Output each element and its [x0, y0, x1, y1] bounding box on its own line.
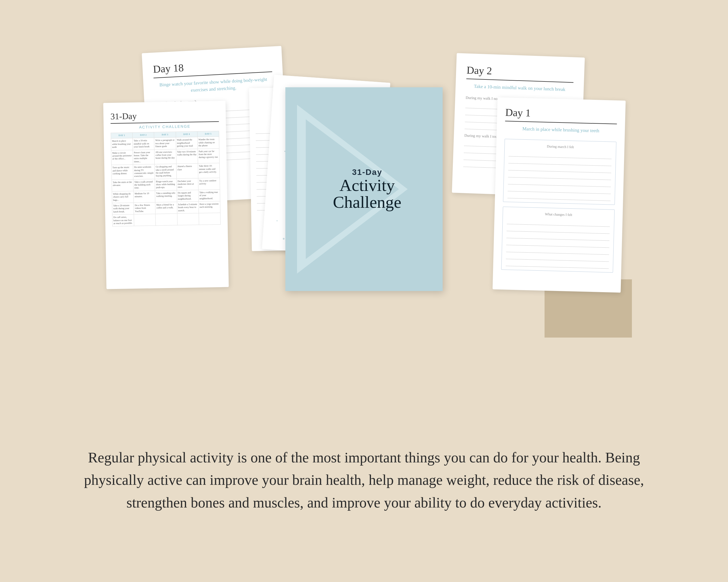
challenge-grid: DAY 1 DAY 2 DAY 3 DAY 4 DAY 5 March in p…: [111, 131, 221, 227]
day1-section1-lines: [508, 150, 612, 201]
col-header-2: DAY 2: [132, 132, 154, 138]
bottom-paragraph: Regular physical activity is one of the …: [73, 446, 655, 514]
table-row: Make a circuit around the perimeter of t…: [111, 148, 219, 165]
card-day1: Day 1 March in place while brushing your…: [492, 97, 625, 293]
day1-section2-lines: [506, 218, 610, 269]
table-row: Take a 20-minute walk during your lunch …: [112, 201, 220, 215]
table-row: Turn up the music and dance while cookin…: [111, 163, 220, 179]
table-row: Take the stairs at the elevator. Take a …: [112, 178, 220, 192]
col-header-1: DAY 1: [111, 132, 133, 139]
col-header-3: DAY 3: [154, 132, 176, 138]
top-section: 31-Day ACTIVITY CHALLENGE DAY 1 DAY 2 DA…: [0, 0, 728, 378]
day2-title: Day 2: [466, 64, 574, 83]
table-row: Do calf raises, balance on one foot as m…: [112, 213, 221, 226]
cards-container: 31-Day ACTIVITY CHALLENGE DAY 1 DAY 2 DA…: [87, 41, 641, 361]
cover-activity: Activity: [306, 177, 428, 194]
col-header-4: DAY 4: [176, 132, 198, 138]
day1-section2-title: What changes I felt: [507, 211, 610, 218]
day1-activity: March in place while brushing your teeth: [505, 125, 617, 135]
col-header-5: DAY 5: [197, 131, 219, 137]
day1-title: Day 1: [505, 106, 617, 124]
card-cover: 31-Day Activity Challenge: [285, 87, 443, 291]
table-row: While shopping do chores carry full bags…: [112, 189, 220, 203]
bottom-section: Regular physical activity is one of the …: [0, 378, 728, 582]
challenge-title: 31-Day: [110, 110, 219, 124]
cover-text: 31-Day Activity Challenge: [306, 168, 428, 211]
day18-title: Day 18: [153, 57, 272, 78]
day1-changes-section: What changes I felt: [501, 206, 615, 273]
cover-challenge: Challenge: [306, 194, 428, 211]
cover-background: 31-Day Activity Challenge: [285, 87, 443, 291]
day1-march-section: During march I felt: [503, 139, 617, 205]
table-row: March in place while brushing your teeth…: [111, 137, 219, 150]
card-challenge-table: 31-Day ACTIVITY CHALLENGE DAY 1 DAY 2 DA…: [103, 101, 229, 289]
day2-activity: Take a 10-min mindful walk on your lunch…: [466, 83, 573, 93]
day1-section1-title: During march I felt: [509, 143, 612, 150]
challenge-subtitle: ACTIVITY CHALLENGE: [111, 124, 219, 130]
